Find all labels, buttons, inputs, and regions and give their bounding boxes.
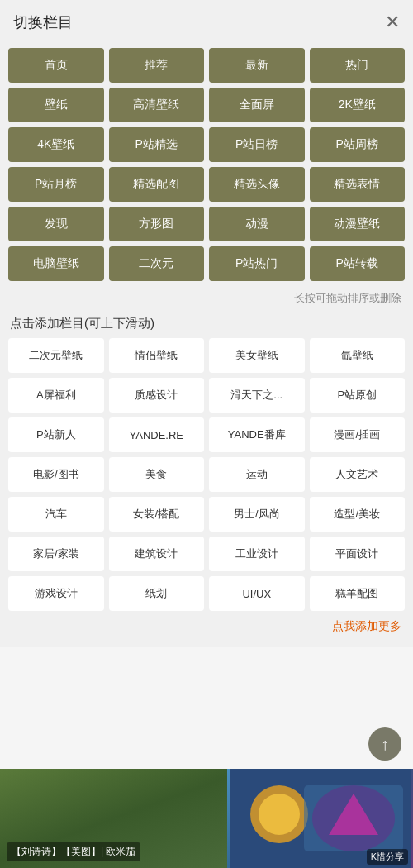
overlay-title: 切换栏目: [13, 12, 73, 32]
add-category-button[interactable]: UI/UX: [209, 576, 305, 611]
add-category-button[interactable]: 平面设计: [310, 537, 406, 571]
close-button[interactable]: ✕: [385, 12, 400, 33]
active-category-button[interactable]: P站热门: [209, 246, 305, 281]
active-category-button[interactable]: 动漫壁纸: [310, 207, 406, 241]
preview-right-image: K惜分享: [227, 769, 413, 868]
active-category-button[interactable]: 热门: [310, 48, 406, 83]
active-category-button[interactable]: P站精选: [109, 127, 205, 162]
add-more-link[interactable]: 点我添加更多: [0, 616, 413, 639]
add-category-button[interactable]: 家居/家装: [8, 537, 104, 571]
preview-left-image: 【刘诗诗】【美图】| 欧米茄: [0, 769, 227, 868]
overlay-header: 切换栏目 ✕: [0, 0, 413, 41]
add-category-button[interactable]: P站新人: [8, 417, 104, 452]
add-category-button[interactable]: 建筑设计: [109, 537, 205, 571]
add-category-button[interactable]: YANDE番库: [209, 417, 305, 452]
active-category-button[interactable]: 首页: [8, 48, 104, 83]
add-category-button[interactable]: P站原创: [310, 378, 406, 413]
add-category-button[interactable]: 运动: [209, 457, 305, 492]
active-category-button[interactable]: 动漫: [209, 207, 305, 241]
preview-label: 【刘诗诗】【美图】| 欧米茄: [7, 842, 140, 861]
back-to-top-button[interactable]: ↑: [368, 727, 401, 761]
add-category-button[interactable]: YANDE.RE: [109, 417, 205, 452]
active-buttons-grid: 首页推荐最新热门壁纸高清壁纸全面屏2K壁纸4K壁纸P站精选P站日榜P站周榜P站月…: [0, 41, 413, 288]
add-category-button[interactable]: 美食: [109, 457, 205, 492]
add-category-button[interactable]: 汽车: [8, 497, 104, 532]
add-category-button[interactable]: 电影/图书: [8, 457, 104, 492]
active-category-button[interactable]: 全面屏: [209, 88, 305, 122]
active-category-button[interactable]: 高清壁纸: [109, 88, 205, 122]
active-category-button[interactable]: 精选头像: [209, 167, 305, 202]
active-category-button[interactable]: 方形图: [109, 207, 205, 241]
active-category-button[interactable]: 二次元: [109, 246, 205, 281]
active-category-button[interactable]: 精选表情: [310, 167, 406, 202]
active-category-button[interactable]: 最新: [209, 48, 305, 83]
drag-hint: 长按可拖动排序或删除: [0, 288, 413, 311]
active-category-button[interactable]: 4K壁纸: [8, 127, 104, 162]
active-category-button[interactable]: 电脑壁纸: [8, 246, 104, 281]
add-category-button[interactable]: 工业设计: [209, 537, 305, 571]
add-category-button[interactable]: 人文艺术: [310, 457, 406, 492]
active-category-button[interactable]: P站周榜: [310, 127, 406, 162]
add-category-button[interactable]: 氙壁纸: [310, 338, 406, 373]
share-badge: K惜分享: [367, 849, 408, 865]
active-category-button[interactable]: P站日榜: [209, 127, 305, 162]
active-category-button[interactable]: 壁纸: [8, 88, 104, 122]
add-category-button[interactable]: 纸划: [109, 576, 205, 611]
add-category-button[interactable]: A屏福利: [8, 378, 104, 413]
add-buttons-grid: 二次元壁纸情侣壁纸美女壁纸氙壁纸A屏福利质感设计滑天下之...P站原创P站新人Y…: [0, 338, 413, 616]
add-category-button[interactable]: 造型/美妆: [310, 497, 406, 532]
add-category-button[interactable]: 漫画/插画: [310, 417, 406, 452]
add-category-button[interactable]: 游戏设计: [8, 576, 104, 611]
add-category-button[interactable]: 质感设计: [109, 378, 205, 413]
add-category-button[interactable]: 男士/风尚: [209, 497, 305, 532]
add-category-button[interactable]: 美女壁纸: [209, 338, 305, 373]
bottom-preview: 【刘诗诗】【美图】| 欧米茄 K惜分享: [0, 769, 413, 868]
active-category-button[interactable]: P站月榜: [8, 167, 104, 202]
add-category-button[interactable]: 情侣壁纸: [109, 338, 205, 373]
svg-point-2: [259, 794, 300, 835]
active-category-button[interactable]: P站转载: [310, 246, 406, 281]
active-category-button[interactable]: 推荐: [109, 48, 205, 83]
add-category-button[interactable]: 女装/搭配: [109, 497, 205, 532]
active-category-button[interactable]: 2K壁纸: [310, 88, 406, 122]
active-category-button[interactable]: 精选配图: [109, 167, 205, 202]
add-category-button[interactable]: 滑天下之...: [209, 378, 305, 413]
add-category-button[interactable]: 糕羊配图: [310, 576, 406, 611]
add-category-button[interactable]: 二次元壁纸: [8, 338, 104, 373]
overlay-panel: 切换栏目 ✕ 首页推荐最新热门壁纸高清壁纸全面屏2K壁纸4K壁纸P站精选P站日榜…: [0, 0, 413, 647]
active-category-button[interactable]: 发现: [8, 207, 104, 241]
add-section-title: 点击添加栏目(可上下滑动): [0, 311, 413, 338]
